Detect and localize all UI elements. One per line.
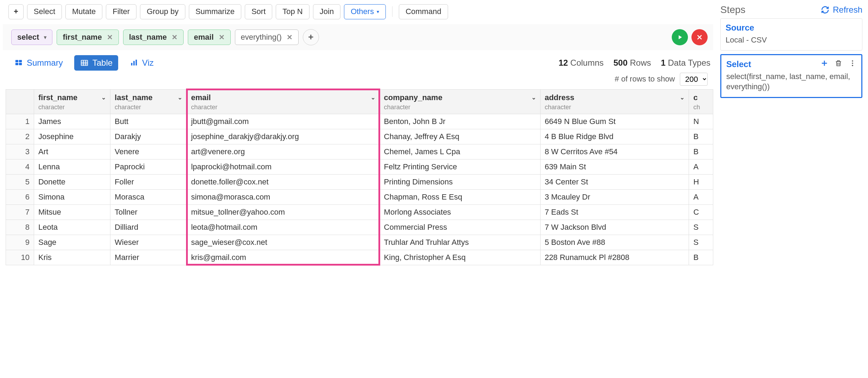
cell-city: B (689, 129, 713, 144)
step-subtitle: Local - CSV (726, 35, 857, 45)
table-row: 6SimonaMorascasimona@morasca.comChapman,… (6, 189, 713, 204)
data-stats: 12 Columns 500 Rows 1 Data Types (559, 58, 710, 68)
remove-icon[interactable]: ✕ (107, 33, 113, 41)
tab-viz[interactable]: Viz (124, 55, 159, 71)
cell-city: B (689, 144, 713, 159)
cell-address: 34 Center St (540, 174, 689, 189)
remove-icon[interactable]: ✕ (172, 33, 178, 41)
table-row: 3ArtVenereart@venere.orgChemel, James L … (6, 144, 713, 159)
group-by-button[interactable]: Group by (140, 4, 185, 19)
table-row: 9SageWiesersage_wieser@cox.netTruhlar An… (6, 235, 713, 250)
table-row: 7MitsueTollnermitsue_tollner@yahoo.comMo… (6, 204, 713, 220)
cell-city: B (689, 250, 713, 265)
cell-email: leota@hotmail.com (187, 220, 379, 235)
col-type: character (38, 104, 106, 111)
row-number: 8 (6, 220, 34, 235)
add-icon[interactable] (821, 59, 828, 69)
chevron-down-icon[interactable]: ⌄ (178, 94, 182, 101)
col-header-city-truncated[interactable]: c ch (689, 89, 713, 114)
steps-title: Steps (720, 4, 746, 15)
run-button[interactable] (672, 29, 688, 45)
cell-address: 3 Mcauley Dr (540, 189, 689, 204)
cell-last-name: Foller (110, 174, 187, 189)
cell-first-name: Kris (34, 250, 110, 265)
tab-table[interactable]: Table (74, 55, 118, 71)
function-pill-everything[interactable]: everything() ✕ (235, 30, 299, 45)
cell-email: kris@gmail.com (187, 250, 379, 265)
chevron-down-icon[interactable]: ⌄ (371, 94, 375, 101)
refresh-icon (821, 6, 829, 14)
cell-company: Chapman, Ross E Esq (379, 189, 540, 204)
row-number-header (6, 89, 34, 114)
col-type: character (191, 104, 375, 111)
svg-point-18 (852, 65, 853, 66)
caret-down-icon: ▾ (377, 8, 379, 15)
rows-to-show-label: # of rows to show (615, 74, 675, 84)
cell-address: 8 W Cerritos Ave #54 (540, 144, 689, 159)
cell-address: 5 Boston Ave #88 (540, 235, 689, 250)
chevron-down-icon[interactable]: ⌄ (101, 94, 106, 101)
remove-icon[interactable]: ✕ (287, 33, 293, 41)
cell-email: art@venere.org (187, 144, 379, 159)
cell-email: sage_wieser@cox.net (187, 235, 379, 250)
step-select[interactable]: Select select(first_name, last_name, ema… (720, 54, 862, 98)
cell-city: A (689, 189, 713, 204)
cell-email: jbutt@gmail.com (187, 114, 379, 129)
cell-last-name: Venere (110, 144, 187, 159)
chevron-down-icon[interactable]: ⌄ (680, 94, 684, 101)
step-subtitle: select(first_name, last_name, email, eve… (726, 71, 856, 92)
table-row: 5DonetteFollerdonette.foller@cox.netPrin… (6, 174, 713, 189)
svg-rect-2 (15, 63, 18, 65)
top-n-button[interactable]: Top N (276, 4, 309, 19)
column-pill-label: email (194, 33, 213, 42)
refresh-button[interactable]: Refresh (821, 5, 862, 15)
column-pill-last-name[interactable]: last_name ✕ (123, 30, 184, 45)
tab-summary[interactable]: Summary (8, 55, 69, 71)
add-pill-button[interactable]: + (303, 29, 319, 45)
cell-first-name: Art (34, 144, 110, 159)
column-pill-email[interactable]: email ✕ (188, 30, 230, 45)
col-type: character (115, 104, 182, 111)
col-header-last-name[interactable]: last_name⌄ character (110, 89, 187, 114)
table-row: 4LennaPaprockilpaprocki@hotmail.comFeltz… (6, 159, 713, 174)
chart-icon (129, 59, 139, 67)
cell-last-name: Wieser (110, 235, 187, 250)
column-pill-first-name[interactable]: first_name ✕ (57, 30, 119, 45)
add-step-button[interactable]: + (8, 4, 24, 19)
row-number: 10 (6, 250, 34, 265)
join-button[interactable]: Join (313, 4, 340, 19)
rows-to-show-select[interactable]: 200 (680, 73, 708, 86)
cell-first-name: Sage (34, 235, 110, 250)
col-header-company-name[interactable]: company_name⌄ character (379, 89, 540, 114)
svg-rect-11 (136, 59, 137, 65)
cancel-button[interactable] (691, 29, 708, 45)
chevron-down-icon[interactable]: ⌄ (531, 94, 536, 101)
col-header-first-name[interactable]: first_name⌄ character (34, 89, 110, 114)
row-number: 6 (6, 189, 34, 204)
more-icon[interactable] (849, 59, 856, 69)
col-header-address[interactable]: address⌄ character (540, 89, 689, 114)
row-number: 4 (6, 159, 34, 174)
command-button[interactable]: Command (399, 4, 448, 19)
svg-point-16 (852, 60, 853, 61)
select-button[interactable]: Select (27, 4, 62, 19)
summarize-button[interactable]: Summarize (189, 4, 241, 19)
col-header-email[interactable]: email⌄ character (187, 89, 379, 114)
others-dropdown[interactable]: Others ▾ (344, 4, 386, 19)
cell-first-name: Simona (34, 189, 110, 204)
trash-icon[interactable] (835, 59, 842, 69)
verb-pill[interactable]: select ▾ (11, 30, 52, 45)
mutate-button[interactable]: Mutate (65, 4, 102, 19)
cell-last-name: Darakjy (110, 129, 187, 144)
svg-rect-10 (133, 61, 135, 65)
table-row: 2JosephineDarakjyjosephine_darakjy@darak… (6, 129, 713, 144)
cell-city: N (689, 114, 713, 129)
cell-city: S (689, 220, 713, 235)
verb-label: select (17, 33, 39, 42)
filter-button[interactable]: Filter (106, 4, 136, 19)
svg-rect-0 (15, 60, 18, 62)
remove-icon[interactable]: ✕ (219, 33, 225, 41)
cell-first-name: Josephine (34, 129, 110, 144)
step-source[interactable]: Source Local - CSV (720, 18, 862, 51)
sort-button[interactable]: Sort (245, 4, 272, 19)
